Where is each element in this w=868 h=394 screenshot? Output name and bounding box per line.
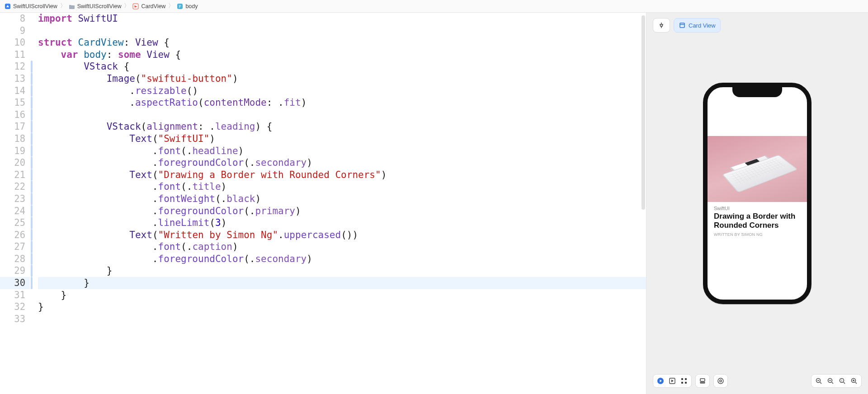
preview-selector-chip[interactable]: Card View — [674, 18, 721, 33]
breadcrumb-label: body — [185, 3, 198, 9]
svg-text:1: 1 — [841, 379, 843, 382]
svg-rect-10 — [685, 382, 687, 384]
svg-point-14 — [720, 380, 722, 382]
zoom-actual-icon[interactable]: 1 — [839, 377, 846, 385]
device-frame: SwiftUI Drawing a Border with Rounded Co… — [703, 83, 811, 304]
pin-icon — [658, 22, 665, 29]
svg-rect-11 — [700, 379, 705, 381]
svg-point-13 — [718, 378, 723, 384]
pin-button[interactable] — [653, 18, 670, 33]
breadcrumb-label: SwiftUIScrollView — [77, 3, 122, 9]
code-editor[interactable]: 8910111213141516171819202122232425262728… — [0, 13, 646, 394]
svg-rect-4 — [680, 23, 684, 28]
card-author: WRITTEN BY SIMON NG — [714, 232, 801, 237]
chevron-right-icon: 〉 — [60, 2, 66, 10]
device-settings-button[interactable] — [695, 374, 710, 388]
svg-text:P: P — [179, 4, 181, 9]
swift-file-icon — [132, 3, 139, 9]
breadcrumb-label: SwiftUIScrollView — [13, 3, 57, 9]
preview-chip-label: Card View — [689, 22, 716, 29]
scrollbar-thumb[interactable] — [642, 15, 645, 210]
device-settings-icon — [699, 377, 706, 385]
gear-badge-icon — [717, 377, 724, 385]
breadcrumb-label: CardView — [141, 3, 165, 9]
property-icon: P — [177, 3, 183, 9]
breadcrumb-item-folder[interactable]: SwiftUIScrollView — [69, 3, 122, 9]
code-area[interactable]: import SwiftUI struct CardView: View { v… — [33, 13, 646, 394]
breadcrumb-item-symbol[interactable]: P body — [177, 3, 198, 9]
app-icon — [5, 3, 11, 9]
device-screen: SwiftUI Drawing a Border with Rounded Co… — [708, 87, 807, 300]
breadcrumb: SwiftUIScrollView 〉 SwiftUIScrollView 〉 … — [0, 0, 868, 13]
chevron-right-icon: 〉 — [168, 2, 174, 10]
svg-rect-12 — [700, 382, 705, 383]
zoom-fit-icon[interactable] — [827, 377, 834, 385]
folder-icon — [69, 3, 75, 9]
canvas-settings-button[interactable] — [713, 374, 728, 388]
play-icon[interactable] — [657, 377, 664, 385]
device-notch — [732, 87, 782, 97]
line-number-gutter: 8910111213141516171819202122232425262728… — [0, 13, 30, 394]
chevron-right-icon: 〉 — [124, 2, 130, 10]
zoom-in-icon[interactable] — [850, 377, 858, 385]
card-category: SwiftUI — [714, 206, 801, 211]
laptop-illustration — [717, 150, 797, 192]
change-bar — [30, 13, 33, 394]
select-mode-icon[interactable] — [669, 377, 676, 385]
canvas-mode-group — [653, 374, 692, 388]
zoom-group: 1 — [811, 374, 862, 388]
svg-rect-8 — [685, 378, 687, 380]
breadcrumb-item-file[interactable]: CardView — [132, 3, 165, 9]
breadcrumb-item-project[interactable]: SwiftUIScrollView — [5, 3, 57, 9]
svg-rect-9 — [681, 382, 683, 384]
card-image — [708, 136, 807, 202]
svg-rect-7 — [681, 378, 683, 380]
card-title: Drawing a Border with Rounded Corners — [714, 212, 801, 230]
variants-icon[interactable] — [680, 377, 688, 385]
zoom-out-icon[interactable] — [815, 377, 822, 385]
preview-canvas: Card View SwiftUI — [646, 13, 868, 394]
view-icon — [679, 22, 686, 29]
